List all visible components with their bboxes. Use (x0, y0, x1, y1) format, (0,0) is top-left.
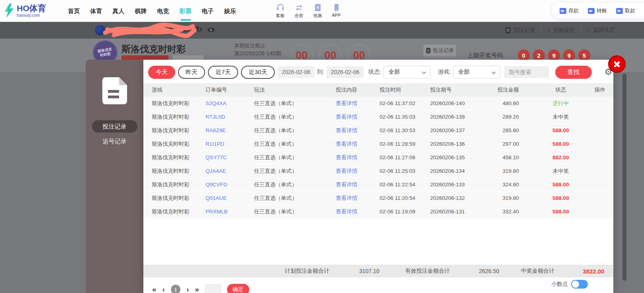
nav-menu-item[interactable]: 彩票 (180, 0, 192, 22)
document-icon (505, 27, 511, 33)
coin-icon (153, 25, 163, 35)
bet-records-link[interactable]: 投注记录 (505, 27, 535, 34)
refresh-balance-icon[interactable]: ↻ (196, 25, 202, 34)
page-jump-input[interactable] (205, 284, 221, 293)
current-page-indicator: 1 (171, 285, 180, 293)
transfer-button[interactable]: 转账 (588, 7, 607, 14)
game-select[interactable]: 全部 (453, 66, 500, 78)
table-row: 斯洛伐克时时彩 S2Q4XA 任三直选（单式） 查看详情 02-06 11:37… (143, 97, 613, 110)
cell-period: 20260206-139 (422, 114, 474, 120)
modal-sidebar: 投注记录 追号记录 (86, 60, 143, 293)
transfer-icon (588, 8, 595, 14)
first-page-button[interactable]: « (152, 284, 157, 293)
quick-links: 客服 合营 ¥ 优惠 APP (276, 3, 341, 19)
avatar[interactable] (95, 25, 105, 35)
status-badge: 882.00 (535, 154, 587, 160)
order-id-link[interactable]: RA8Z9E (206, 127, 254, 133)
cell-period: 20260206-135 (422, 154, 474, 160)
cell-bet-time: 02-06 11:25:03 (372, 168, 422, 174)
close-button[interactable] (608, 55, 626, 73)
order-id-link[interactable]: R1I1PD (206, 141, 254, 147)
view-details-link[interactable]: 查看详情 (321, 141, 372, 148)
totals-bar: 计划投注金额合计 3107.10 有效投注金额合计 2626.50 中奖金额合计… (143, 265, 613, 277)
view-details-link[interactable]: 查看详情 (321, 181, 372, 188)
search-button[interactable]: 查找 (555, 66, 592, 79)
status-badge: 进行中 (535, 100, 587, 107)
order-id-link[interactable]: Q9CVFD (206, 182, 254, 188)
page-confirm-button[interactable]: 确定 (227, 284, 249, 293)
partnership-link[interactable]: 合营 (295, 3, 303, 19)
nav-menu-item[interactable]: 真人 (113, 0, 125, 22)
cell-game: 斯洛伐克时时彩 (152, 195, 206, 202)
deposit-icon (560, 8, 566, 14)
nav-menu-item[interactable]: 棋牌 (135, 0, 147, 22)
last-page-button[interactable]: » (195, 284, 199, 293)
cell-game: 斯洛伐克时时彩 (152, 113, 206, 121)
period-search-input[interactable] (504, 66, 549, 78)
cell-bet-time: 02-06 11:27:08 (372, 154, 422, 160)
cell-game: 斯洛伐克时时彩 (152, 100, 206, 107)
view-details-link[interactable]: 查看详情 (321, 195, 372, 202)
sidebar-item[interactable]: 投注记录 (92, 120, 137, 133)
quick-date-button[interactable]: 近30天 (241, 66, 275, 79)
back-to-lobby-link[interactable]: ⌂ 返回大厅 (587, 26, 615, 34)
win-total-label: 中奖金额合计 (521, 268, 554, 275)
order-id-link[interactable]: S2Q4XA (206, 100, 254, 106)
header-bet-records-button[interactable]: 投注记录 (423, 45, 456, 57)
decimal-toggle-group: 小数点 (551, 280, 588, 289)
order-id-link[interactable]: PRXMLB (206, 209, 254, 215)
order-id-link[interactable]: QSY77C (206, 154, 254, 160)
view-details-link[interactable]: 查看详情 (321, 208, 372, 215)
cell-period: 20260206-131 (422, 209, 474, 215)
view-details-link[interactable]: 查看详情 (321, 100, 372, 107)
table-row: 斯洛伐克时时彩 Q01AUE 任三直选（单式） 查看详情 02-06 11:20… (143, 191, 613, 205)
prev-page-button[interactable]: ‹ (162, 284, 165, 293)
view-details-link[interactable]: 查看详情 (321, 113, 372, 121)
cell-amount: 297.00 (474, 141, 535, 147)
scrollbar[interactable] (622, 74, 626, 281)
quick-date-button[interactable]: 昨天 (178, 66, 205, 79)
sound-settings-link[interactable]: ♪ 音效设定 (547, 26, 575, 34)
nav-menu-item[interactable]: 电子 (202, 0, 214, 22)
promotions-link[interactable]: ¥ 优惠 (313, 3, 322, 19)
date-from-input[interactable] (278, 66, 315, 78)
logo[interactable]: HO体育 haiouty.com (0, 4, 46, 18)
quick-date-button[interactable]: 今天 (148, 66, 175, 79)
order-id-link[interactable]: Q01AUE (206, 195, 254, 201)
cell-play-type: 任三直选（单式） (254, 208, 321, 215)
cell-period: 20260206-140 (422, 100, 474, 106)
view-details-link[interactable]: 查看详情 (321, 127, 372, 134)
nav-menu-item[interactable]: 电竞 (157, 0, 169, 22)
table-row: 斯洛伐克时时彩 QSY77C 任三直选（单式） 查看详情 02-06 11:27… (143, 151, 613, 164)
table-row: 斯洛伐克时时彩 RTJL0D 任三直选（单式） 查看详情 02-06 11:35… (143, 110, 613, 124)
order-id-link[interactable]: QJA4AE (206, 168, 254, 174)
deposit-button[interactable]: 存款 (560, 7, 579, 14)
screen: HO体育 haiouty.com 首页 体育 真人 棋牌 电竞 彩票 电子 娱乐 (0, 0, 644, 293)
order-id-link[interactable]: RTJL0D (206, 114, 254, 120)
table-row: 斯洛伐克时时彩 Q9CVFD 任三直选（单式） 查看详情 02-06 11:22… (143, 178, 613, 191)
nav-menu-item[interactable]: 体育 (90, 0, 102, 22)
document-icon (426, 48, 431, 53)
sidebar-item[interactable]: 追号记录 (92, 135, 137, 147)
decimal-toggle[interactable] (571, 280, 588, 289)
cell-period: 20260206-134 (422, 168, 474, 174)
period-label: 第20260206-140期 (234, 50, 281, 57)
deadline-label: 本期投注截止 (234, 42, 265, 49)
status-select[interactable]: 全部 (384, 66, 431, 78)
nav-menu-item[interactable]: 娱乐 (224, 0, 236, 22)
withdraw-button[interactable]: 取款 (616, 7, 635, 14)
app-download-link[interactable]: APP (332, 3, 341, 19)
nav-menu-item[interactable]: 首页 (68, 0, 80, 22)
date-to-input[interactable] (327, 66, 364, 78)
chevron-down-icon (491, 70, 495, 74)
customer-service-link[interactable]: 客服 (276, 3, 285, 19)
bet-records-modal: 今天 昨天 近7天 近30天 到: 状态: 全部 游戏: 全部 (143, 60, 613, 293)
view-details-link[interactable]: 查看详情 (321, 154, 372, 161)
next-page-button[interactable]: › (186, 284, 189, 293)
view-details-link[interactable]: 查看详情 (321, 168, 372, 175)
quick-date-button[interactable]: 近7天 (208, 66, 238, 79)
table-row: 斯洛伐克时时彩 PRXMLB 任三直选（单式） 查看详情 02-06 11:19… (143, 205, 613, 219)
top-nav: HO体育 haiouty.com 首页 体育 真人 棋牌 电竞 彩票 电子 娱乐 (0, 0, 644, 22)
eye-icon[interactable] (207, 27, 215, 34)
phone-icon (334, 3, 339, 12)
